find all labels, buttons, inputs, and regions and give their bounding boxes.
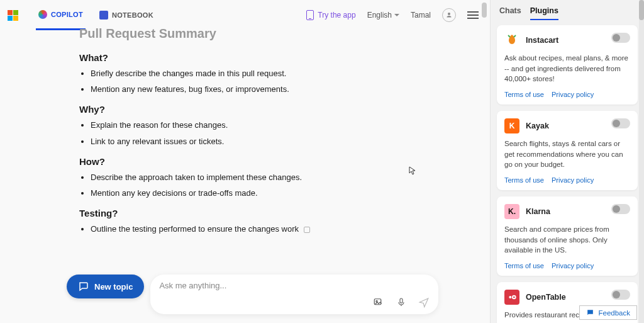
- privacy-link[interactable]: Privacy policy: [552, 176, 594, 184]
- plugin-toggle[interactable]: [611, 33, 630, 43]
- list-item: Link to any relevant issues or tickets.: [91, 136, 419, 147]
- microsoft-logo-icon: [8, 10, 18, 21]
- terms-link[interactable]: Terms of use: [504, 262, 544, 269]
- ask-input-container[interactable]: [150, 275, 438, 314]
- menu-button[interactable]: [467, 11, 479, 19]
- list-item: Describe the approach taken to implement…: [91, 172, 419, 183]
- plugin-desc: Ask about recipes, meal plans, & more --…: [504, 53, 630, 84]
- user-avatar[interactable]: [442, 8, 456, 22]
- kayak-icon: K: [504, 118, 519, 133]
- cursor-caret-icon: [304, 227, 310, 233]
- svg-rect-2: [400, 298, 402, 303]
- tab-notebook[interactable]: NOTEBOOK: [97, 0, 156, 30]
- feedback-button[interactable]: Feedback: [579, 305, 637, 320]
- new-topic-button[interactable]: New topic: [67, 275, 144, 298]
- list-item: Briefly describe the changes made in thi…: [91, 68, 419, 79]
- plugin-card-instacart: Instacart Ask about recipes, meal plans,…: [497, 25, 638, 105]
- person-icon: [445, 11, 453, 19]
- list-item: Explain the reason for these changes.: [91, 120, 419, 131]
- tab-notebook-label: NOTEBOOK: [112, 11, 153, 19]
- feedback-label: Feedback: [598, 309, 630, 317]
- phone-icon: [306, 10, 314, 20]
- side-scrollbar[interactable]: [639, 0, 644, 323]
- heading-how: How?: [79, 156, 419, 167]
- heading-what: What?: [79, 52, 419, 63]
- new-topic-label: New topic: [94, 282, 133, 292]
- plugin-name: Kayak: [526, 122, 549, 130]
- list-item: Mention any new features, bug fixes, or …: [91, 84, 419, 95]
- klarna-icon: K.: [504, 204, 519, 219]
- side-tab-chats[interactable]: Chats: [499, 6, 521, 20]
- try-app-label: Try the app: [318, 11, 355, 20]
- privacy-link[interactable]: Privacy policy: [552, 262, 594, 269]
- plugin-name: Instacart: [526, 36, 558, 45]
- plugin-toggle[interactable]: [611, 118, 630, 128]
- side-tab-plugins[interactable]: Plugins: [530, 6, 558, 20]
- side-panel: Chats Plugins Instacart Ask about recipe…: [490, 0, 644, 323]
- mouse-cursor-icon: [409, 166, 416, 177]
- ask-input[interactable]: [159, 281, 430, 290]
- privacy-link[interactable]: Privacy policy: [552, 91, 594, 98]
- plugin-desc: Search flights, stays & rental cars or g…: [504, 139, 630, 170]
- plugin-card-klarna: K. Klarna Search and compare prices from…: [497, 196, 638, 276]
- doc-title: Pull Request Summary: [79, 26, 419, 41]
- try-app-link[interactable]: Try the app: [306, 10, 355, 20]
- notebook-icon: [99, 11, 108, 20]
- opentable-icon: [504, 290, 519, 305]
- heading-testing: Testing?: [79, 208, 419, 218]
- plugin-card-kayak: K Kayak Search flights, stays & rental c…: [497, 111, 638, 190]
- svg-point-5: [513, 297, 515, 298]
- chevron-down-icon: [394, 14, 399, 16]
- terms-link[interactable]: Terms of use: [504, 176, 544, 184]
- plugin-toggle[interactable]: [611, 204, 630, 214]
- feedback-icon: [586, 309, 594, 317]
- plugin-name: OpenTable: [526, 293, 566, 302]
- terms-link[interactable]: Terms of use: [504, 91, 544, 98]
- list-item: Mention any key decisions or trade-offs …: [91, 188, 419, 199]
- instacart-icon: [504, 33, 519, 48]
- language-label: English: [367, 11, 392, 20]
- plugin-name: Klarna: [526, 207, 550, 216]
- user-name: Tamal: [411, 11, 431, 20]
- main-scrollbar[interactable]: [482, 0, 487, 323]
- chat-refresh-icon: [78, 281, 89, 292]
- chat-response: Pull Request Summary What? Briefly descr…: [79, 26, 419, 239]
- send-icon[interactable]: [418, 297, 430, 308]
- tab-copilot-label: COPILOT: [51, 11, 83, 18]
- svg-point-3: [509, 296, 511, 298]
- microphone-icon[interactable]: [396, 297, 407, 308]
- copilot-icon: [38, 10, 47, 19]
- heading-why: Why?: [79, 104, 419, 115]
- list-item: Outline the testing performed to ensure …: [91, 224, 419, 235]
- plugin-toggle[interactable]: [611, 290, 630, 300]
- image-search-icon[interactable]: [373, 297, 384, 308]
- plugin-desc: Search and compare prices from thousands…: [504, 224, 630, 256]
- tab-copilot[interactable]: COPILOT: [36, 0, 86, 30]
- language-selector[interactable]: English: [367, 11, 399, 20]
